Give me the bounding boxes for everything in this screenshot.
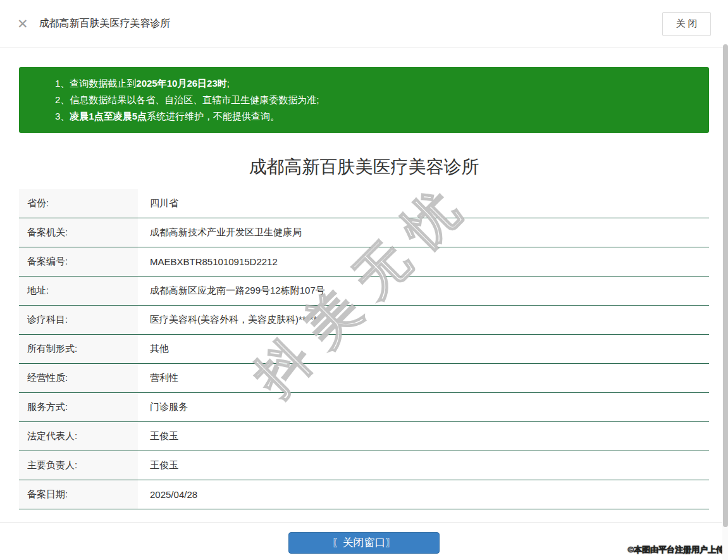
row-value: 营利性	[138, 364, 709, 392]
table-row: 备案日期: 2025/04/28	[19, 480, 709, 509]
window-title: 成都高新百肤美医疗美容诊所	[39, 17, 171, 30]
table-row: 备案机关: 成都高新技术产业开发区卫生健康局	[19, 218, 709, 247]
row-value: 成都高新区应龙南一路299号12栋附107号	[138, 277, 709, 305]
table-row: 经营性质: 营利性	[19, 364, 709, 393]
notice-line-number: 2、	[55, 94, 70, 105]
row-value: MAEBXBTR851010915D2212	[138, 247, 709, 276]
scrollbar-thumb[interactable]	[723, 44, 728, 527]
row-label: 省份:	[19, 189, 138, 218]
table-row: 诊疗科目: 医疗美容科(美容外科，美容皮肤科)******	[19, 306, 709, 335]
row-value: 王俊玉	[138, 422, 709, 451]
table-row: 地址: 成都高新区应龙南一路299号12栋附107号	[19, 277, 709, 306]
notice-text: 查询数据截止到	[70, 78, 136, 89]
close-icon[interactable]: ✕	[17, 17, 28, 30]
notice-line: 3、凌晨1点至凌晨5点系统进行维护，不能提供查询。	[55, 108, 696, 125]
table-row: 主要负责人: 王俊玉	[19, 451, 709, 480]
notice-text: 系统进行维护，不能提供查询。	[147, 111, 280, 121]
row-label: 备案机关:	[19, 218, 138, 247]
row-value: 成都高新技术产业开发区卫生健康局	[138, 218, 709, 247]
page-title: 成都高新百肤美医疗美容诊所	[19, 155, 709, 179]
row-value: 2025/04/28	[138, 480, 709, 509]
row-value: 王俊玉	[138, 451, 709, 480]
notice-box: 1、查询数据截止到2025年10月26日23时; 2、信息数据结果以各省、自治区…	[19, 67, 709, 133]
row-label: 诊疗科目:	[19, 306, 138, 334]
row-label: 地址:	[19, 277, 138, 305]
notice-text-bold: 2025年10月26日23时	[136, 78, 226, 89]
scrollbar[interactable]	[722, 49, 728, 560]
table-row: 所有制形式: 其他	[19, 335, 709, 364]
main-content: 1、查询数据截止到2025年10月26日23时; 2、信息数据结果以各省、自治区…	[0, 48, 728, 560]
row-label: 备案日期:	[19, 480, 138, 509]
notice-text: ;	[227, 78, 230, 89]
row-label: 经营性质:	[19, 364, 138, 392]
table-row: 服务方式: 门诊服务	[19, 393, 709, 422]
row-label: 服务方式:	[19, 393, 138, 421]
window-header: ✕ 成都高新百肤美医疗美容诊所 关 闭	[0, 0, 728, 48]
info-table: 省份: 四川省 备案机关: 成都高新技术产业开发区卫生健康局 备案编号: MAE…	[19, 189, 709, 509]
table-row: 法定代表人: 王俊玉	[19, 422, 709, 451]
table-row: 省份: 四川省	[19, 189, 709, 218]
close-button[interactable]: 关 闭	[662, 12, 711, 36]
row-value: 其他	[138, 335, 709, 363]
notice-text-bold: 凌晨1点至凌晨5点	[70, 111, 147, 121]
table-row: 备案编号: MAEBXBTR851010915D2212	[19, 247, 709, 277]
row-value: 医疗美容科(美容外科，美容皮肤科)******	[138, 306, 709, 334]
row-label: 主要负责人:	[19, 451, 138, 480]
close-window-button[interactable]: 〖关闭窗口〗	[288, 532, 440, 554]
notice-line: 1、查询数据截止到2025年10月26日23时;	[55, 75, 696, 92]
row-value: 四川省	[138, 189, 709, 218]
notice-line-number: 3、	[55, 111, 70, 121]
notice-line: 2、信息数据结果以各省、自治区、直辖市卫生健康委数据为准;	[55, 92, 696, 108]
row-label: 所有制形式:	[19, 335, 138, 363]
notice-text: 信息数据结果以各省、自治区、直辖市卫生健康委数据为准;	[70, 94, 319, 105]
row-label: 法定代表人:	[19, 422, 138, 451]
row-value: 门诊服务	[138, 393, 709, 421]
notice-line-number: 1、	[55, 78, 70, 89]
row-label: 备案编号:	[19, 247, 138, 276]
footer-button-area: 〖关闭窗口〗	[19, 523, 709, 554]
